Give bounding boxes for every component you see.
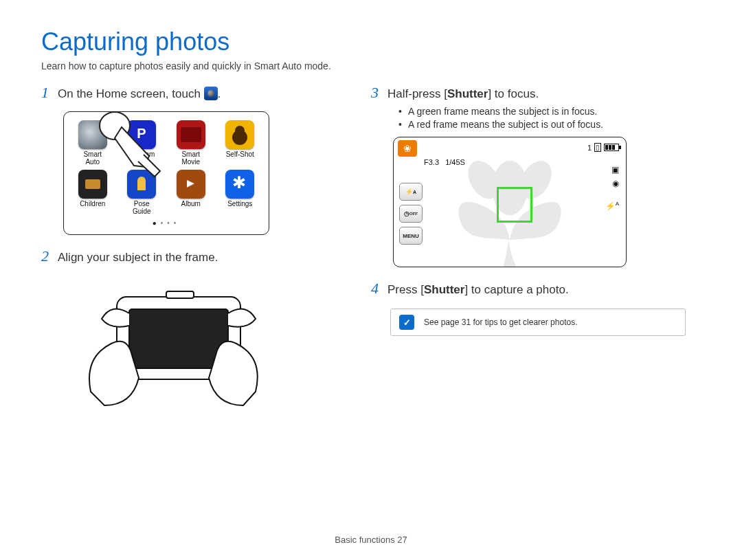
self-app-icon	[225, 120, 254, 149]
step1-post: .	[218, 87, 221, 100]
two-column-layout: 1 On the Home screen, touch . Smart Auto…	[41, 84, 701, 432]
pose-app-icon	[127, 170, 156, 199]
shutter-speed-value: 1/45S	[445, 158, 465, 166]
battery-icon	[604, 144, 619, 151]
app-pose-guide: Pose Guide	[119, 170, 166, 215]
child-app-icon	[78, 170, 107, 199]
shot-counter: 1	[587, 144, 592, 152]
manual-page: Capturing photos Learn how to capture ph…	[0, 0, 742, 560]
step4-post: ] to capture a photo.	[464, 283, 568, 296]
app-program: Program	[119, 120, 166, 166]
exposure-info: F3.3 1/45S	[424, 158, 465, 166]
step-number: 4	[371, 280, 387, 298]
app-label: Smart Auto	[69, 150, 116, 166]
app-label: Smart Movie	[168, 150, 214, 166]
step-number: 2	[41, 247, 58, 265]
movie-app-icon	[177, 120, 205, 149]
step3-pre: Half-press [	[387, 87, 447, 100]
svg-rect-2	[129, 309, 228, 368]
footer-page-number: 27	[397, 535, 407, 545]
smart-auto-icon	[204, 87, 218, 100]
app-smart-movie: Smart Movie	[168, 120, 214, 166]
app-label: Settings	[217, 200, 264, 208]
app-settings: Settings	[217, 170, 264, 215]
footer-section: Basic functions	[335, 535, 397, 545]
macro-mode-icon: ❀	[398, 140, 417, 157]
memory-icon: ▯	[594, 143, 601, 152]
app-label: Pose Guide	[119, 200, 166, 215]
app-label: Album	[168, 200, 214, 208]
quality-icon: ◉	[612, 179, 619, 188]
app-smart-auto: Smart Auto	[69, 120, 116, 166]
menu-button: MENU	[399, 227, 423, 245]
step-text: Press [Shutter] to capture a photo.	[387, 283, 687, 297]
status-bar: 1 ▯	[587, 143, 619, 152]
step-text: Align your subject in the frame.	[58, 251, 357, 265]
page-title: Capturing photos	[41, 27, 701, 56]
note-badge-icon: ✓	[399, 315, 414, 330]
flash-status-icon: ⚡A	[605, 201, 619, 211]
resolution-icon: ▣	[611, 165, 619, 175]
step-4: 4 Press [Shutter] to capture a photo. ✓ …	[371, 280, 687, 336]
note-text: See page 31 for tips to get clearer phot…	[424, 317, 577, 327]
home-screen-illustration: Smart AutoProgramSmart MovieSelf-ShotChi…	[63, 111, 269, 235]
focus-frame	[497, 187, 532, 223]
step3-bold: Shutter	[447, 87, 488, 100]
app-label: Self-Shot	[217, 150, 264, 158]
svg-rect-3	[166, 291, 194, 298]
flash-button: ⚡A	[399, 183, 423, 201]
page-indicator-dots: ●•••	[69, 219, 263, 227]
prog-app-icon	[127, 120, 156, 149]
step-1: 1 On the Home screen, touch . Smart Auto…	[41, 84, 357, 235]
step-text: On the Home screen, touch .	[58, 87, 357, 101]
step-3: 3 Half-press [Shutter] to focus. A green…	[371, 84, 687, 267]
step4-pre: Press [	[387, 283, 424, 296]
sett-app-icon	[225, 170, 254, 199]
step4-bold: Shutter	[424, 283, 465, 296]
camera-screen-illustration: ❀ F3.3 1/45S 1 ▯ ⚡A ◷OFF MENU ▣ ◉ ⚡A	[393, 137, 627, 267]
app-children: Children	[69, 170, 116, 215]
left-column: 1 On the Home screen, touch . Smart Auto…	[41, 84, 371, 432]
bullet-item: A red frame means the subject is out of …	[398, 119, 687, 130]
step-2: 2 Align your subject in the frame.	[41, 247, 357, 419]
app-label: Program	[119, 150, 166, 158]
step-number: 3	[371, 84, 387, 102]
tip-note: ✓ See page 31 for tips to get clearer ph…	[390, 309, 686, 336]
page-footer: Basic functions 27	[0, 535, 742, 545]
focus-bullets: A green frame means the subject is in fo…	[398, 106, 687, 130]
auto-app-icon	[78, 120, 107, 149]
right-column: 3 Half-press [Shutter] to focus. A green…	[371, 84, 701, 432]
bullet-item: A green frame means the subject is in fo…	[398, 106, 687, 117]
app-label: Children	[69, 200, 116, 208]
timer-button: ◷OFF	[399, 205, 423, 223]
aperture-value: F3.3	[424, 158, 439, 166]
app-album: Album	[168, 170, 214, 215]
camera-hold-illustration	[63, 275, 283, 419]
step3-post: ] to focus.	[488, 87, 539, 100]
step-number: 1	[41, 84, 58, 102]
step1-pre: On the Home screen, touch	[58, 87, 204, 100]
app-self-shot: Self-Shot	[217, 120, 264, 166]
intro-text: Learn how to capture photos easily and q…	[41, 60, 701, 71]
album-app-icon	[177, 170, 205, 199]
step-text: Half-press [Shutter] to focus.	[387, 87, 687, 101]
